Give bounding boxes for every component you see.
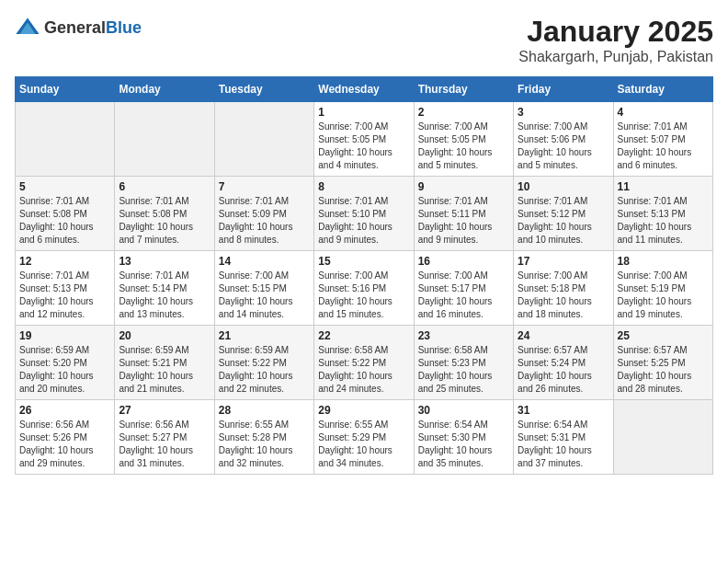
col-header-saturday: Saturday <box>613 77 712 102</box>
day-number: 28 <box>219 404 310 417</box>
logo-text-blue: Blue <box>106 18 142 37</box>
calendar-table: SundayMondayTuesdayWednesdayThursdayFrid… <box>15 76 713 475</box>
day-number: 27 <box>119 404 210 417</box>
day-info: Sunrise: 6:56 AM Sunset: 5:26 PM Dayligh… <box>19 419 110 470</box>
calendar-cell: 19Sunrise: 6:59 AM Sunset: 5:20 PM Dayli… <box>16 326 115 400</box>
calendar-cell: 29Sunrise: 6:55 AM Sunset: 5:29 PM Dayli… <box>314 400 414 475</box>
day-info: Sunrise: 7:01 AM Sunset: 5:13 PM Dayligh… <box>618 195 709 247</box>
calendar-cell: 15Sunrise: 7:00 AM Sunset: 5:16 PM Dayli… <box>314 251 414 326</box>
day-number: 15 <box>318 255 409 268</box>
col-header-sunday: Sunday <box>16 77 115 102</box>
month-year-title: January 2025 <box>518 15 713 49</box>
day-info: Sunrise: 7:00 AM Sunset: 5:18 PM Dayligh… <box>518 270 609 321</box>
day-number: 8 <box>318 180 409 193</box>
day-info: Sunrise: 6:59 AM Sunset: 5:20 PM Dayligh… <box>19 344 110 396</box>
day-info: Sunrise: 6:56 AM Sunset: 5:27 PM Dayligh… <box>119 419 210 470</box>
day-info: Sunrise: 6:57 AM Sunset: 5:24 PM Dayligh… <box>518 344 609 396</box>
calendar-cell <box>16 102 115 177</box>
day-number: 5 <box>19 180 110 193</box>
day-info: Sunrise: 6:57 AM Sunset: 5:25 PM Dayligh… <box>618 344 709 396</box>
day-info: Sunrise: 7:01 AM Sunset: 5:13 PM Dayligh… <box>19 270 110 321</box>
day-number: 11 <box>618 180 709 193</box>
day-info: Sunrise: 7:01 AM Sunset: 5:08 PM Dayligh… <box>119 195 210 247</box>
calendar-cell: 25Sunrise: 6:57 AM Sunset: 5:25 PM Dayli… <box>613 326 712 400</box>
day-number: 1 <box>318 106 409 119</box>
day-number: 31 <box>518 404 609 417</box>
calendar-cell: 1Sunrise: 7:00 AM Sunset: 5:05 PM Daylig… <box>314 102 414 177</box>
day-number: 21 <box>219 329 310 342</box>
day-number: 4 <box>618 106 709 119</box>
day-info: Sunrise: 7:01 AM Sunset: 5:14 PM Dayligh… <box>119 270 210 321</box>
day-number: 20 <box>119 329 210 342</box>
calendar-week-row: 26Sunrise: 6:56 AM Sunset: 5:26 PM Dayli… <box>16 400 713 475</box>
calendar-cell: 22Sunrise: 6:58 AM Sunset: 5:22 PM Dayli… <box>314 326 414 400</box>
day-number: 22 <box>318 329 409 342</box>
calendar-cell: 7Sunrise: 7:01 AM Sunset: 5:09 PM Daylig… <box>214 177 313 251</box>
day-info: Sunrise: 6:59 AM Sunset: 5:22 PM Dayligh… <box>219 344 310 396</box>
col-header-friday: Friday <box>514 77 613 102</box>
day-info: Sunrise: 6:59 AM Sunset: 5:21 PM Dayligh… <box>119 344 210 396</box>
day-number: 25 <box>618 329 709 342</box>
calendar-cell: 26Sunrise: 6:56 AM Sunset: 5:26 PM Dayli… <box>16 400 115 475</box>
day-info: Sunrise: 7:01 AM Sunset: 5:08 PM Dayligh… <box>19 195 110 247</box>
day-number: 6 <box>119 180 210 193</box>
day-info: Sunrise: 7:00 AM Sunset: 5:19 PM Dayligh… <box>618 270 709 321</box>
calendar-header-row: SundayMondayTuesdayWednesdayThursdayFrid… <box>16 77 713 102</box>
day-info: Sunrise: 7:00 AM Sunset: 5:06 PM Dayligh… <box>518 121 609 172</box>
day-number: 12 <box>19 255 110 268</box>
day-info: Sunrise: 7:00 AM Sunset: 5:17 PM Dayligh… <box>418 270 509 321</box>
calendar-cell: 17Sunrise: 7:00 AM Sunset: 5:18 PM Dayli… <box>514 251 613 326</box>
calendar-cell: 13Sunrise: 7:01 AM Sunset: 5:14 PM Dayli… <box>115 251 214 326</box>
calendar-cell: 24Sunrise: 6:57 AM Sunset: 5:24 PM Dayli… <box>514 326 613 400</box>
day-number: 2 <box>418 106 509 119</box>
page-header: GeneralBlue January 2025 Shakargarh, Pun… <box>15 15 713 65</box>
day-number: 16 <box>418 255 509 268</box>
day-number: 30 <box>418 404 509 417</box>
day-number: 24 <box>518 329 609 342</box>
calendar-cell: 5Sunrise: 7:01 AM Sunset: 5:08 PM Daylig… <box>16 177 115 251</box>
day-info: Sunrise: 7:01 AM Sunset: 5:11 PM Dayligh… <box>418 195 509 247</box>
day-info: Sunrise: 6:55 AM Sunset: 5:29 PM Dayligh… <box>318 419 409 470</box>
day-info: Sunrise: 7:00 AM Sunset: 5:16 PM Dayligh… <box>318 270 409 321</box>
day-number: 19 <box>19 329 110 342</box>
calendar-cell: 31Sunrise: 6:54 AM Sunset: 5:31 PM Dayli… <box>514 400 613 475</box>
day-number: 26 <box>19 404 110 417</box>
day-info: Sunrise: 6:58 AM Sunset: 5:23 PM Dayligh… <box>418 344 509 396</box>
calendar-cell: 16Sunrise: 7:00 AM Sunset: 5:17 PM Dayli… <box>414 251 513 326</box>
calendar-cell: 12Sunrise: 7:01 AM Sunset: 5:13 PM Dayli… <box>16 251 115 326</box>
title-block: January 2025 Shakargarh, Punjab, Pakista… <box>518 15 713 65</box>
calendar-week-row: 1Sunrise: 7:00 AM Sunset: 5:05 PM Daylig… <box>16 102 713 177</box>
calendar-cell <box>214 102 313 177</box>
day-info: Sunrise: 7:01 AM Sunset: 5:07 PM Dayligh… <box>618 121 709 172</box>
day-number: 13 <box>119 255 210 268</box>
calendar-cell: 28Sunrise: 6:55 AM Sunset: 5:28 PM Dayli… <box>214 400 313 475</box>
calendar-week-row: 12Sunrise: 7:01 AM Sunset: 5:13 PM Dayli… <box>16 251 713 326</box>
calendar-cell: 4Sunrise: 7:01 AM Sunset: 5:07 PM Daylig… <box>613 102 712 177</box>
calendar-cell: 18Sunrise: 7:00 AM Sunset: 5:19 PM Dayli… <box>613 251 712 326</box>
day-number: 10 <box>518 180 609 193</box>
calendar-cell: 21Sunrise: 6:59 AM Sunset: 5:22 PM Dayli… <box>214 326 313 400</box>
day-info: Sunrise: 7:01 AM Sunset: 5:12 PM Dayligh… <box>518 195 609 247</box>
calendar-cell: 11Sunrise: 7:01 AM Sunset: 5:13 PM Dayli… <box>613 177 712 251</box>
col-header-tuesday: Tuesday <box>214 77 313 102</box>
logo-text-general: General <box>44 18 106 37</box>
day-info: Sunrise: 7:00 AM Sunset: 5:05 PM Dayligh… <box>318 121 409 172</box>
calendar-cell: 3Sunrise: 7:00 AM Sunset: 5:06 PM Daylig… <box>514 102 613 177</box>
calendar-cell: 27Sunrise: 6:56 AM Sunset: 5:27 PM Dayli… <box>115 400 214 475</box>
calendar-cell: 30Sunrise: 6:54 AM Sunset: 5:30 PM Dayli… <box>414 400 513 475</box>
col-header-wednesday: Wednesday <box>314 77 414 102</box>
calendar-week-row: 19Sunrise: 6:59 AM Sunset: 5:20 PM Dayli… <box>16 326 713 400</box>
calendar-cell: 20Sunrise: 6:59 AM Sunset: 5:21 PM Dayli… <box>115 326 214 400</box>
day-number: 17 <box>518 255 609 268</box>
col-header-thursday: Thursday <box>414 77 513 102</box>
logo: GeneralBlue <box>15 15 142 40</box>
day-number: 23 <box>418 329 509 342</box>
calendar-cell: 23Sunrise: 6:58 AM Sunset: 5:23 PM Dayli… <box>414 326 513 400</box>
calendar-cell: 2Sunrise: 7:00 AM Sunset: 5:05 PM Daylig… <box>414 102 513 177</box>
day-info: Sunrise: 6:54 AM Sunset: 5:30 PM Dayligh… <box>418 419 509 470</box>
day-number: 29 <box>318 404 409 417</box>
day-number: 9 <box>418 180 509 193</box>
location-subtitle: Shakargarh, Punjab, Pakistan <box>518 49 713 65</box>
calendar-cell: 14Sunrise: 7:00 AM Sunset: 5:15 PM Dayli… <box>214 251 313 326</box>
day-info: Sunrise: 7:00 AM Sunset: 5:15 PM Dayligh… <box>219 270 310 321</box>
